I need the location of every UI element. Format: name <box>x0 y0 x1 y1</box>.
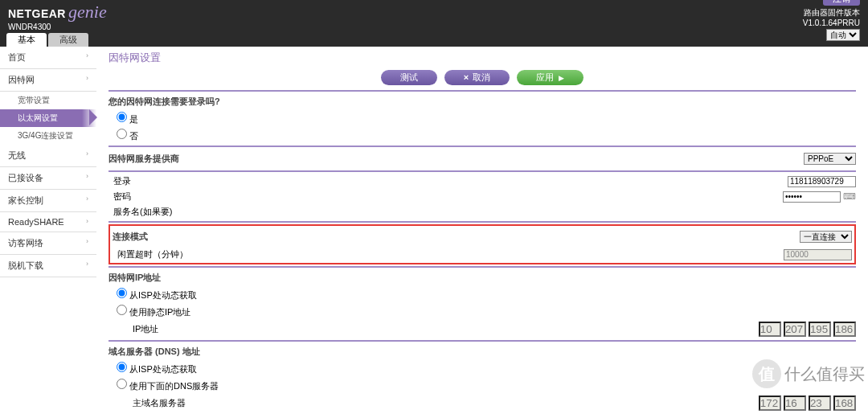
sidebar-item-internet[interactable]: 因特网› <box>0 69 96 92</box>
sidebar-sub-wan[interactable]: 宽带设置 <box>0 92 96 109</box>
brand-netgear: NETGEAR <box>8 7 66 20</box>
logo-area: NETGEAR genie WNDR4300 <box>8 2 107 31</box>
connection-mode-section: 连接模式一直连接 闲置超时（分钟） <box>108 224 856 264</box>
action-buttons: 测试 ×取消 应用▶ <box>108 70 856 85</box>
ip-oct-4[interactable] <box>833 322 856 337</box>
brand-genie: genie <box>68 2 107 22</box>
idle-timeout-label: 闲置超时（分钟） <box>113 248 188 260</box>
sidebar-sub-ethernet[interactable]: 以太网设置 <box>0 109 96 127</box>
chevron-right-icon: › <box>86 74 88 86</box>
language-select[interactable]: 自动 <box>826 29 860 41</box>
logout-button[interactable]: 注销 <box>823 0 860 6</box>
login-user-label: 登录 <box>108 175 131 187</box>
login-yes-radio[interactable]: 是 <box>117 114 138 124</box>
x-icon: × <box>464 72 469 82</box>
page-title: 因特网设置 <box>108 51 856 65</box>
chevron-right-icon: › <box>86 150 88 162</box>
service-name-label: 服务名(如果要) <box>108 206 172 218</box>
ip-address-label: IP地址 <box>133 323 158 335</box>
pdns-1[interactable] <box>759 396 781 411</box>
test-button[interactable]: 测试 <box>381 70 437 85</box>
conn-mode-label: 连接模式 <box>113 228 148 245</box>
sidebar: 首页› 因特网› 宽带设置 以太网设置 3G/4G连接设置 无线› 已接设备› … <box>0 47 96 414</box>
tab-advanced[interactable]: 高级 <box>48 33 88 47</box>
arrow-right-icon: ▶ <box>559 74 564 82</box>
tabs-row: 基本 高级 <box>0 32 868 47</box>
pdns-3[interactable] <box>809 396 831 411</box>
chevron-right-icon: › <box>86 172 88 184</box>
pdns-4[interactable] <box>833 396 856 411</box>
top-header: NETGEAR genie WNDR4300 注销 路由器固件版本V1.0.1.… <box>0 0 868 32</box>
sidebar-item-guest[interactable]: 访客网络› <box>0 232 96 255</box>
conn-mode-select[interactable]: 一直连接 <box>800 231 852 243</box>
idle-timeout-input <box>784 249 852 260</box>
chevron-right-icon: › <box>86 260 88 272</box>
cancel-button[interactable]: ×取消 <box>444 70 510 85</box>
firmware-version-label: 路由器固件版本V1.0.1.64PRRU <box>803 7 860 27</box>
isp-select[interactable]: PPPoE <box>804 153 856 165</box>
ip-address-field <box>759 322 856 337</box>
login-pass-input[interactable] <box>783 191 841 203</box>
dns-title: 域名服务器 (DNS) 地址 <box>108 343 856 360</box>
sidebar-item-wireless[interactable]: 无线› <box>0 145 96 167</box>
tab-basic[interactable]: 基本 <box>6 33 47 47</box>
ip-oct-3[interactable] <box>809 322 831 337</box>
primary-dns-label: 主域名服务器 <box>133 397 186 409</box>
ip-oct-2[interactable] <box>784 322 806 337</box>
internet-ip-title: 因特网IP地址 <box>108 269 856 286</box>
chevron-right-icon: › <box>86 195 88 207</box>
chevron-right-icon: › <box>86 237 88 249</box>
ip-oct-1[interactable] <box>759 322 781 337</box>
sidebar-sub-3g4g[interactable]: 3G/4G连接设置 <box>0 127 96 145</box>
dns-dynamic-radio[interactable]: 从ISP处动态获取 <box>117 364 197 374</box>
dns-static-radio[interactable]: 使用下面的DNS服务器 <box>117 381 219 391</box>
key-icon[interactable]: ⌨ <box>843 191 856 201</box>
sidebar-item-readyshare[interactable]: ReadySHARE› <box>0 212 96 232</box>
sidebar-item-attached[interactable]: 已接设备› <box>0 167 96 190</box>
login-pass-label: 密码 <box>108 191 131 203</box>
pdns-2[interactable] <box>784 396 806 411</box>
apply-button[interactable]: 应用▶ <box>517 70 583 85</box>
login-no-radio[interactable]: 否 <box>117 131 138 141</box>
ip-static-radio[interactable]: 使用静态IP地址 <box>117 307 190 317</box>
login-user-input[interactable] <box>788 176 856 187</box>
chevron-right-icon: › <box>86 51 88 64</box>
sidebar-item-offline[interactable]: 脱机下载› <box>0 255 96 277</box>
primary-dns-field <box>759 396 856 411</box>
sidebar-item-parental[interactable]: 家长控制› <box>0 190 96 212</box>
ip-dynamic-radio[interactable]: 从ISP处动态获取 <box>117 290 197 300</box>
model-label: WNDR4300 <box>8 23 107 31</box>
login-required-title: 您的因特网连接需要登录吗? <box>108 93 856 110</box>
sidebar-item-home[interactable]: 首页› <box>0 47 96 69</box>
isp-title: 因特网服务提供商 <box>108 150 179 167</box>
content-pane: 因特网设置 测试 ×取消 应用▶ 您的因特网连接需要登录吗? 是 否 因特网服务… <box>96 47 868 414</box>
chevron-right-icon: › <box>86 217 88 227</box>
